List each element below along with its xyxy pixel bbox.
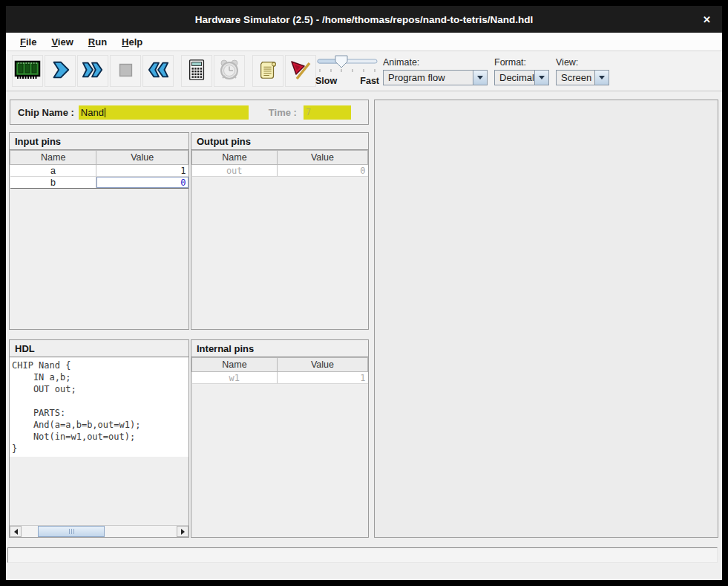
calculator-icon <box>186 58 208 85</box>
toolbar-spacer <box>246 55 251 87</box>
internal-pins-table: Name Value w1 1 <box>191 357 368 384</box>
alarm-clock-icon <box>217 58 241 85</box>
pin-value-a[interactable]: 1 <box>96 165 188 177</box>
pin-name-a: a <box>10 165 96 177</box>
menu-run[interactable]: Run <box>81 34 114 50</box>
time-value: 7 <box>306 107 311 117</box>
column-header-value: Value <box>277 358 367 372</box>
time-label: Time : <box>269 107 297 118</box>
chip-name-input[interactable]: Nand <box>79 105 249 120</box>
internal-pins-title: Internal pins <box>191 340 368 357</box>
table-row: out 0 <box>192 165 368 177</box>
scroll-icon <box>257 58 279 85</box>
pin-value-w1: 1 <box>277 372 367 384</box>
triangle-right-icon <box>181 529 185 535</box>
toolbar-dropdowns: Animate: Program flow Format: Decimal Vi… <box>383 57 609 85</box>
menu-file[interactable]: File <box>13 34 44 50</box>
input-pins-panel: Input pins Name Value a 1 b 0 <box>9 132 189 330</box>
view-dropdown-group: View: Screen <box>556 57 609 85</box>
animate-selected-value: Program flow <box>384 71 473 85</box>
animate-dropdown-button[interactable] <box>473 71 487 85</box>
clock-tick-button <box>214 55 245 87</box>
memory-chip-icon <box>14 59 41 84</box>
format-dropdown-group: Format: Decimal <box>494 57 549 85</box>
output-pins-table: Name Value out 0 <box>191 150 368 177</box>
pin-value-out: 0 <box>277 165 367 177</box>
speed-slider-group: Slow Fast <box>315 55 379 86</box>
chip-name-value: Nand <box>81 107 104 118</box>
input-pins-table: Name Value a 1 b 0 <box>10 150 188 189</box>
output-pins-panel: Output pins Name Value out 0 <box>191 132 369 330</box>
grip-icon <box>71 529 72 534</box>
format-dropdown-button[interactable] <box>534 71 548 85</box>
animate-select[interactable]: Program flow <box>383 70 488 85</box>
hdl-title: HDL <box>10 340 188 357</box>
menu-bar: File View Run Help <box>6 33 722 51</box>
eval-button[interactable] <box>181 55 212 87</box>
table-row: b 0 <box>10 177 188 189</box>
speed-slider[interactable] <box>315 55 379 73</box>
text-caret <box>105 108 105 117</box>
column-header-value: Value <box>277 151 367 165</box>
toolbar-spacer <box>175 55 180 87</box>
chevron-down-icon <box>599 76 605 79</box>
input-pins-title: Input pins <box>10 133 188 150</box>
view-dropdown-button[interactable] <box>594 71 609 85</box>
view-selected-value: Screen <box>557 71 594 85</box>
animate-label: Animate: <box>383 57 488 68</box>
menu-help[interactable]: Help <box>114 34 150 50</box>
reset-button[interactable] <box>142 55 174 87</box>
hdl-panel: HDL CHIP Nand { IN a,b; OUT out; PARTS: … <box>9 339 189 538</box>
view-hdl-button[interactable] <box>252 55 283 87</box>
hdl-code-view[interactable]: CHIP Nand { IN a,b; OUT out; PARTS: And(… <box>10 358 188 457</box>
slider-thumb[interactable] <box>335 56 347 68</box>
close-icon[interactable]: ✕ <box>703 15 711 25</box>
column-header-value: Value <box>96 151 188 165</box>
pin-name-w1: w1 <box>192 372 278 384</box>
grip-icon <box>73 529 74 534</box>
view-select[interactable]: Screen <box>556 70 609 85</box>
column-header-name: Name <box>192 151 278 165</box>
chevron-down-icon <box>539 76 545 79</box>
output-pins-title: Output pins <box>191 133 368 150</box>
status-bar <box>7 547 718 563</box>
hardware-simulator-window: Hardware Simulator (2.5) - /home/thomas/… <box>6 6 722 580</box>
slider-slow-label: Slow <box>315 76 337 86</box>
scroll-left-button[interactable] <box>10 526 22 537</box>
internal-pins-panel: Internal pins Name Value w1 1 <box>191 339 369 538</box>
title-bar: Hardware Simulator (2.5) - /home/thomas/… <box>6 6 722 33</box>
double-chevron-right-icon <box>81 59 105 84</box>
view-label: View: <box>556 57 609 68</box>
scroll-right-button[interactable] <box>177 526 188 537</box>
pin-value-b[interactable]: 0 <box>96 177 188 189</box>
chevron-down-icon <box>477 76 483 79</box>
run-button[interactable] <box>77 55 108 87</box>
chevron-right-icon <box>49 59 71 84</box>
scrollbar-thumb[interactable] <box>38 526 105 537</box>
pin-name-out: out <box>192 165 278 177</box>
column-header-name: Name <box>10 151 96 165</box>
hdl-horizontal-scrollbar <box>10 525 188 537</box>
table-row: w1 1 <box>192 372 368 384</box>
grip-icon <box>69 529 70 534</box>
column-header-name: Name <box>192 358 278 372</box>
pin-name-b: b <box>10 177 96 189</box>
stop-square-icon <box>114 59 137 84</box>
format-label: Format: <box>494 57 549 68</box>
table-row: a 1 <box>10 165 188 177</box>
double-chevron-left-icon <box>146 59 170 84</box>
format-select[interactable]: Decimal <box>494 70 549 85</box>
view-gates-button[interactable] <box>285 55 316 87</box>
load-chip-button[interactable] <box>12 55 43 87</box>
single-step-button[interactable] <box>45 55 76 87</box>
menu-view[interactable]: View <box>44 34 80 50</box>
scrollbar-track <box>22 526 177 537</box>
stop-button <box>110 55 141 87</box>
triangle-left-icon <box>14 529 18 535</box>
screen-view-panel <box>374 100 718 538</box>
main-content: Chip Name : Nand Time : 7 Input pins Nam… <box>6 91 722 580</box>
toolbar-buttons <box>12 55 316 87</box>
slider-fast-label: Fast <box>360 76 379 86</box>
format-selected-value: Decimal <box>495 71 534 85</box>
chip-name-label: Chip Name : <box>18 107 74 118</box>
